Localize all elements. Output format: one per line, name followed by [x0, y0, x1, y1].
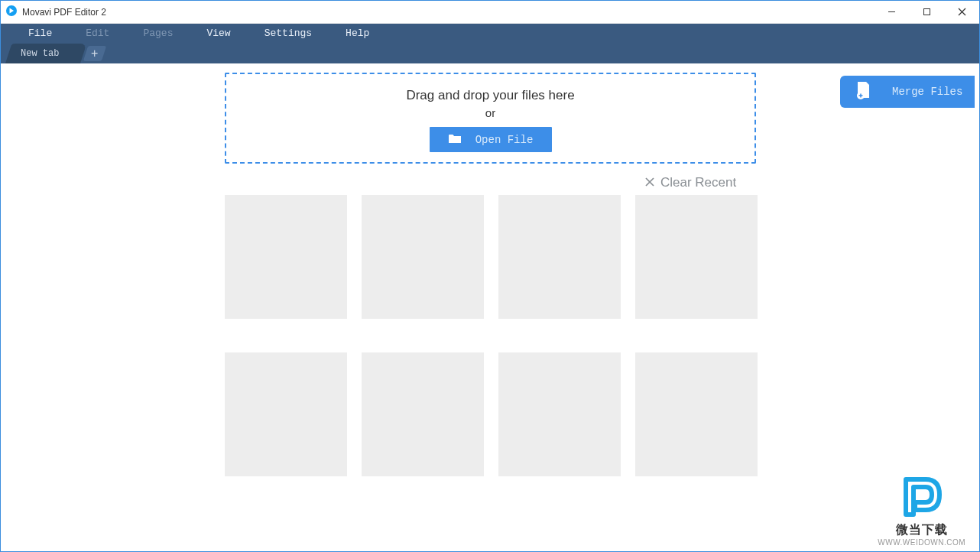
open-file-button[interactable]: Open File: [430, 127, 552, 152]
clear-recent-button[interactable]: Clear Recent: [645, 175, 736, 190]
drop-zone[interactable]: Drag and drop your files here or Open Fi…: [225, 73, 756, 164]
watermark-text-cn: 微当下载: [896, 522, 948, 538]
add-tab-button[interactable]: +: [83, 44, 106, 63]
recent-thumbnail[interactable]: [635, 352, 758, 476]
watermark: 微当下载 WWW.WEIDOWN.COM: [878, 472, 965, 547]
open-file-label: Open File: [475, 134, 534, 146]
title-left: Movavi PDF Editor 2: [1, 5, 106, 19]
tabbar: New tab +: [1, 44, 979, 63]
window-title: Movavi PDF Editor 2: [22, 7, 106, 18]
plus-icon: +: [92, 47, 99, 60]
recent-grid: [225, 195, 758, 476]
recent-thumbnail[interactable]: [225, 352, 347, 476]
tab-label: New tab: [21, 48, 59, 59]
recent-thumbnail[interactable]: [225, 195, 347, 319]
drop-or: or: [485, 106, 495, 119]
window-controls: [874, 1, 979, 24]
recent-thumbnail[interactable]: [362, 352, 484, 476]
recent-thumbnail[interactable]: [635, 195, 758, 319]
titlebar: Movavi PDF Editor 2: [1, 1, 979, 24]
menu-file[interactable]: File: [11, 24, 69, 44]
app-logo-icon: [5, 5, 18, 19]
maximize-button[interactable]: [909, 1, 944, 24]
minimize-button[interactable]: [874, 1, 909, 24]
merge-files-button[interactable]: Merge Files: [840, 76, 975, 108]
close-icon: [645, 175, 654, 190]
svg-rect-2: [923, 9, 930, 15]
recent-thumbnail[interactable]: [362, 195, 484, 319]
folder-icon: [448, 133, 462, 147]
menu-pages[interactable]: Pages: [126, 24, 190, 44]
menu-help[interactable]: Help: [329, 24, 386, 44]
menu-settings[interactable]: Settings: [248, 24, 329, 44]
content-area: Drag and drop your files here or Open Fi…: [1, 63, 979, 551]
menu-edit[interactable]: Edit: [69, 24, 126, 44]
recent-thumbnail[interactable]: [498, 195, 621, 319]
drop-text: Drag and drop your files here: [406, 88, 574, 103]
close-button[interactable]: [944, 1, 979, 24]
merge-file-icon: [855, 81, 871, 102]
watermark-logo-icon: [897, 472, 947, 522]
merge-files-label: Merge Files: [892, 86, 962, 98]
recent-thumbnail[interactable]: [498, 352, 621, 476]
watermark-text-url: WWW.WEIDOWN.COM: [878, 538, 965, 547]
menu-view[interactable]: View: [190, 24, 247, 44]
tab-new[interactable]: New tab: [5, 44, 80, 63]
menubar: File Edit Pages View Settings Help: [1, 24, 979, 44]
clear-recent-label: Clear Recent: [660, 175, 736, 190]
